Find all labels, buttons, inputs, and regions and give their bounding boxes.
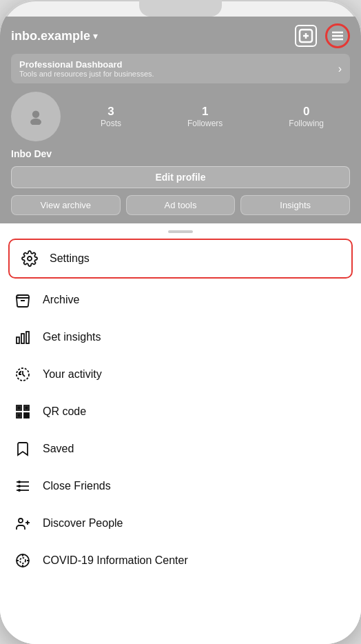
pro-dashboard-subtitle: Tools and resources just for businesses. [19,70,154,78]
qr-code-label: QR code [43,405,86,418]
sheet-handle [168,230,193,233]
svg-rect-18 [18,414,20,416]
get-insights-label: Get insights [43,331,101,343]
screen: inbo.example ▾ [0,17,361,644]
menu-item-get-insights[interactable]: Get insights [0,319,361,356]
edit-profile-button[interactable]: Edit profile [11,166,350,188]
covid-info-icon [14,552,32,570]
settings-label: Settings [50,252,90,265]
saved-label: Saved [43,443,74,455]
following-count: 0 [303,105,309,119]
professional-dashboard-banner[interactable]: Professional Dashboard Tools and resourc… [11,54,350,83]
followers-stat[interactable]: 1 Followers [187,105,223,128]
your-activity-label: Your activity [43,368,102,381]
username-row: inbo.example ▾ [11,29,98,43]
avatar [11,92,61,141]
menu-item-qr-code[interactable]: QR code [0,393,361,430]
svg-rect-22 [27,416,29,418]
svg-point-6 [32,111,39,118]
phone-notch [139,0,222,17]
svg-point-33 [20,558,25,563]
ad-tools-button[interactable]: Ad tools [126,195,236,215]
svg-rect-21 [24,416,26,418]
top-icons [295,23,350,48]
menu-item-settings[interactable]: Settings [8,239,353,279]
followers-count: 1 [202,105,208,119]
menu-item-close-friends[interactable]: Close Friends [0,467,361,505]
view-archive-button[interactable]: View archive [11,195,121,215]
svg-rect-11 [26,332,29,343]
qr-code-icon [14,403,32,421]
menu-item-discover-people[interactable]: Discover People [0,505,361,542]
chevron-down-icon: ▾ [93,30,98,41]
activity-icon [14,365,32,383]
svg-rect-19 [24,413,26,415]
menu-item-covid[interactable]: COVID-19 Information Center [0,542,361,579]
username-text: inbo.example [11,29,90,43]
svg-rect-14 [18,407,20,409]
phone-shell: inbo.example ▾ [0,0,361,644]
add-post-button[interactable] [295,25,317,47]
svg-rect-16 [25,407,28,409]
posts-stat: 3 Posts [101,105,121,128]
bottom-sheet: Settings Archive [0,223,361,644]
svg-rect-10 [21,334,24,343]
svg-rect-20 [27,413,29,415]
settings-icon [21,250,39,268]
discover-people-icon [14,514,32,532]
menu-item-archive[interactable]: Archive [0,281,361,319]
svg-point-27 [18,485,21,487]
svg-rect-9 [17,337,19,343]
svg-point-28 [18,489,21,492]
close-friends-label: Close Friends [43,480,111,492]
svg-point-7 [30,119,41,125]
pro-dashboard-chevron-icon: › [338,63,342,75]
profile-header: inbo.example ▾ [0,17,361,223]
action-buttons: View archive Ad tools Insights [11,195,350,215]
posts-count: 3 [107,105,114,119]
top-bar: inbo.example ▾ [11,17,350,54]
covid-label: COVID-19 Information Center [43,554,188,567]
stats-row: 3 Posts 1 Followers 0 Following [74,105,350,128]
archive-label: Archive [43,294,79,306]
svg-point-8 [28,256,32,261]
menu-item-saved[interactable]: Saved [0,430,361,467]
following-label: Following [289,119,324,128]
pro-dashboard-title: Professional Dashboard [19,59,154,70]
posts-label: Posts [101,119,121,128]
profile-info-row: 3 Posts 1 Followers 0 Following [11,92,350,141]
archive-icon [14,291,32,309]
bookmark-icon [14,440,32,458]
hamburger-menu-button[interactable] [325,23,350,48]
bar-chart-icon [14,328,32,346]
close-friends-icon [14,477,32,495]
insights-button[interactable]: Insights [240,195,350,215]
following-stat[interactable]: 0 Following [289,105,324,128]
menu-item-your-activity[interactable]: Your activity [0,356,361,393]
svg-point-26 [18,481,21,483]
svg-point-29 [19,519,23,523]
followers-label: Followers [187,119,223,128]
display-name: Inbo Dev [11,148,350,159]
discover-people-label: Discover People [43,517,123,530]
